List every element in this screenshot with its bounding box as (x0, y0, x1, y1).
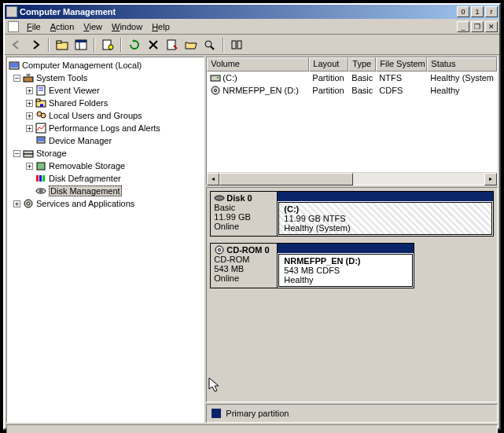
maximize-button[interactable]: 1 (471, 6, 484, 17)
menu-help[interactable]: Help (147, 20, 175, 33)
menu-file[interactable]: File (22, 20, 46, 33)
svg-rect-26 (24, 154, 33, 157)
col-type[interactable]: Type (348, 57, 376, 72)
partition[interactable]: NRMEFPP_EN (D:) 543 MB CDFS Healthy (278, 244, 414, 288)
window-title: Computer Management (20, 7, 455, 17)
disk-row[interactable]: Disk 0 Basic 11.99 GB Online (C:) 11.99 … (210, 191, 494, 237)
expand-icon[interactable]: + (26, 163, 33, 170)
tree-shared-folders[interactable]: +Shared Folders (9, 97, 202, 109)
tree-perf-logs[interactable]: +Performance Logs and Alerts (9, 122, 202, 134)
svg-point-34 (27, 202, 30, 205)
disk-info: Disk 0 Basic 11.99 GB Online (211, 192, 278, 236)
delete-button[interactable] (145, 36, 162, 53)
expand-icon[interactable]: + (26, 125, 33, 132)
forward-button[interactable] (27, 36, 44, 53)
folder-open-button[interactable] (182, 36, 200, 53)
back-button[interactable] (8, 36, 25, 53)
minimize-button[interactable]: 0 (457, 6, 469, 17)
svg-rect-35 (211, 75, 220, 81)
tree-diskmgmt[interactable]: Disk Management (9, 185, 202, 197)
tree-services[interactable]: +Services and Applications (9, 197, 202, 210)
expand-icon[interactable]: + (26, 112, 33, 119)
menu-view[interactable]: View (79, 20, 107, 33)
statusbar (6, 424, 498, 433)
svg-point-6 (109, 45, 113, 50)
app-icon (6, 6, 17, 17)
doc-icon (8, 21, 19, 32)
search-button[interactable] (201, 36, 219, 53)
tree-defrag[interactable]: Disk Defragmenter (9, 172, 202, 185)
mdi-restore-button[interactable]: ❐ (471, 21, 484, 32)
svg-rect-19 (36, 99, 40, 101)
refresh-button[interactable] (126, 36, 143, 53)
svg-rect-36 (217, 77, 219, 79)
tree-device-mgr[interactable]: Device Manager (9, 134, 202, 147)
list-header: Volume Layout Type File System Status (207, 57, 497, 72)
svg-point-32 (39, 190, 42, 192)
properties-button[interactable] (99, 36, 116, 53)
svg-rect-14 (24, 77, 33, 82)
svg-rect-13 (10, 63, 18, 68)
tree-system-tools[interactable]: −System Tools (9, 72, 202, 84)
titlebar: Computer Management 0 1 r (5, 5, 499, 19)
col-status[interactable]: Status (427, 57, 497, 72)
collapse-icon[interactable]: − (13, 75, 20, 82)
drive-icon (210, 73, 221, 83)
tree-view[interactable]: Computer Management (Local) −System Tool… (6, 57, 204, 423)
h-scrollbar[interactable]: ◂ ▸ (207, 172, 497, 185)
svg-point-39 (215, 196, 224, 200)
svg-rect-3 (75, 40, 86, 42)
tree-removable[interactable]: +Removable Storage (9, 160, 202, 172)
list-row[interactable]: NRMEFPP_EN (D:) Partition Basic CDFS Hea… (207, 84, 497, 97)
cd-icon (210, 86, 221, 95)
mdi-minimize-button[interactable]: _ (457, 21, 469, 32)
disk-graphical-view[interactable]: Disk 0 Basic 11.99 GB Online (C:) 11.99 … (206, 187, 498, 402)
expand-icon[interactable]: + (26, 100, 33, 107)
svg-rect-1 (57, 41, 61, 43)
partition-header (278, 192, 493, 201)
svg-point-8 (205, 41, 212, 47)
svg-line-9 (211, 46, 214, 50)
svg-rect-7 (167, 40, 175, 50)
col-layout[interactable]: Layout (309, 57, 348, 72)
expand-icon[interactable]: + (13, 200, 20, 207)
disk-icon (214, 193, 225, 203)
partition[interactable]: (C:) 11.99 GB NTFS Healthy (System) (278, 192, 493, 236)
close-button[interactable]: r (485, 6, 498, 17)
props2-button[interactable] (164, 36, 181, 53)
mdi-close-button[interactable]: ✕ (485, 21, 498, 32)
legend-color-primary (212, 409, 221, 418)
svg-point-38 (215, 90, 217, 92)
svg-rect-27 (37, 163, 45, 170)
legend: Primary partition (206, 404, 498, 423)
tree-local-users[interactable]: +Local Users and Groups (9, 109, 202, 122)
menu-window[interactable]: Window (107, 20, 147, 33)
tree-event-viewer[interactable]: +Event Viewer (9, 84, 202, 97)
up-button[interactable] (53, 36, 71, 53)
menu-action[interactable]: Action (46, 20, 79, 33)
scroll-left-button[interactable]: ◂ (207, 173, 219, 185)
main-window: Computer Management 0 1 r File Action Vi… (3, 3, 501, 430)
svg-rect-29 (39, 175, 42, 182)
svg-rect-28 (36, 175, 39, 182)
scroll-right-button[interactable]: ▸ (484, 173, 497, 185)
tree-storage[interactable]: −Storage (9, 147, 202, 160)
svg-rect-10 (232, 41, 236, 49)
scroll-thumb[interactable] (219, 173, 353, 185)
expand-icon[interactable]: + (26, 87, 33, 94)
volume-list[interactable]: Volume Layout Type File System Status (C… (206, 57, 498, 185)
tree-root[interactable]: Computer Management (Local) (9, 59, 202, 72)
svg-rect-24 (38, 138, 44, 141)
menubar: File Action View Window Help _ ❐ ✕ (5, 19, 499, 35)
list-row[interactable]: (C:) Partition Basic NTFS Healthy (Syste… (207, 72, 497, 84)
settings-button[interactable] (228, 36, 245, 53)
svg-rect-30 (42, 175, 45, 182)
col-volume[interactable]: Volume (207, 57, 309, 72)
disk-row[interactable]: CD-ROM 0 CD-ROM 543 MB Online NRMEFPP_EN… (210, 243, 414, 288)
col-fs[interactable]: File System (376, 57, 427, 72)
legend-label: Primary partition (226, 409, 289, 418)
view-tree-button[interactable] (72, 36, 90, 53)
toolbar (5, 35, 499, 55)
disk-info: CD-ROM 0 CD-ROM 543 MB Online (211, 244, 278, 288)
collapse-icon[interactable]: − (13, 150, 20, 157)
